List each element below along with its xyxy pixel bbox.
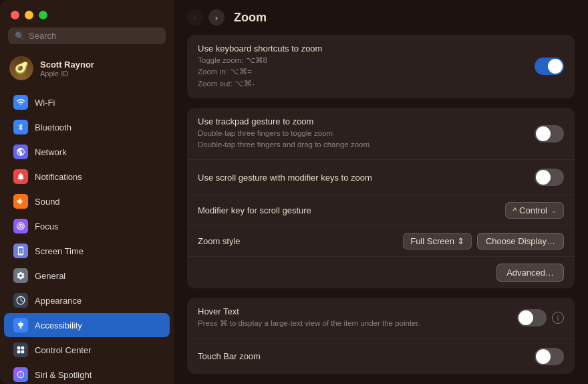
user-name: Scott Raynor xyxy=(40,60,94,70)
advanced-button[interactable]: Advanced… xyxy=(496,264,564,282)
controlcenter-icon xyxy=(13,343,28,357)
info-icon[interactable]: i xyxy=(552,312,564,324)
bluetooth-icon xyxy=(13,120,28,134)
sidebar-item-appearance[interactable]: Appearance xyxy=(4,288,170,312)
toggle-thumb xyxy=(536,349,551,364)
forward-button[interactable]: › xyxy=(208,9,225,25)
modifier-key-dropdown[interactable]: ^ Control ⌄ xyxy=(505,202,564,219)
zoom-style-arrows: ⇕ xyxy=(457,236,464,246)
main-content: ‹ › Zoom Use keyboard shortcuts to zoom … xyxy=(174,0,588,384)
zoom-style-label: Zoom style xyxy=(198,236,241,246)
avatar: 🥑 xyxy=(9,56,33,80)
svg-rect-5 xyxy=(17,351,21,354)
sidebar-item-label: Appearance xyxy=(35,296,82,306)
hover-text-controls: i xyxy=(517,309,564,326)
sidebar-item-notifications[interactable]: Notifications xyxy=(4,165,170,189)
trackpad-gesture-sub: Double-tap three fingers to toggle zoom … xyxy=(198,128,370,151)
svg-rect-3 xyxy=(17,347,21,350)
user-subtitle: Apple ID xyxy=(40,70,94,78)
sidebar-list: Wi-Fi Bluetooth Network xyxy=(0,87,174,384)
trackpad-gesture-info: Use trackpad gesture to zoom Double-tap … xyxy=(198,116,370,151)
zoom-style-fullscreen-btn[interactable]: Full Screen ⇕ xyxy=(403,233,472,250)
sidebar-item-sound[interactable]: Sound xyxy=(4,189,170,213)
sidebar-item-label: Accessibility xyxy=(35,320,82,330)
toggle-thumb xyxy=(519,310,533,325)
search-icon: 🔍 xyxy=(15,31,25,41)
wifi-icon xyxy=(13,95,28,110)
modifier-key-label: Modifier key for scroll gesture xyxy=(198,205,311,215)
back-button[interactable]: ‹ xyxy=(187,9,203,25)
sidebar-item-label: Control Center xyxy=(35,345,92,355)
keyboard-shortcuts-info: Use keyboard shortcuts to zoom Toggle zo… xyxy=(198,43,322,90)
advanced-row: Advanced… xyxy=(187,257,575,288)
sidebar-item-siri[interactable]: Siri & Spotlight xyxy=(4,363,170,384)
sidebar-item-label: Sound xyxy=(35,197,60,207)
svg-rect-6 xyxy=(21,351,25,354)
sidebar: 🔍 Search 🥑 Scott Raynor Apple ID Wi-Fi xyxy=(0,0,174,384)
appearance-icon xyxy=(13,293,28,308)
zoom-style-row: Zoom style Full Screen ⇕ Choose Display… xyxy=(187,226,575,257)
keyboard-shortcuts-row: Use keyboard shortcuts to zoom Toggle zo… xyxy=(187,35,575,98)
toggle-thumb xyxy=(536,126,551,141)
sidebar-item-accessibility[interactable]: Accessibility xyxy=(4,313,170,337)
hover-text-row: Hover Text Press ⌘ to display a large-te… xyxy=(187,298,575,339)
network-icon xyxy=(13,145,28,159)
maximize-button[interactable] xyxy=(39,11,47,19)
zoom-settings-section: Use trackpad gesture to zoom Double-tap … xyxy=(187,108,575,289)
sound-icon xyxy=(13,194,28,209)
svg-rect-4 xyxy=(21,347,25,350)
modifier-key-row: Modifier key for scroll gesture ^ Contro… xyxy=(187,195,575,226)
screentime-icon xyxy=(13,244,28,258)
chevron-down-icon: ⌄ xyxy=(551,207,557,214)
keyboard-shortcuts-label: Use keyboard shortcuts to zoom xyxy=(198,43,322,54)
sidebar-item-general[interactable]: General xyxy=(4,264,170,288)
touch-bar-zoom-label: Touch Bar zoom xyxy=(198,351,261,361)
sidebar-item-label: Screen Time xyxy=(35,246,84,256)
notifications-icon xyxy=(13,169,28,184)
keyboard-shortcuts-sub: Toggle zoom: ⌥⌘8 Zoom in: ⌥⌘= Zoom out: … xyxy=(198,55,322,90)
trackpad-gesture-toggle[interactable] xyxy=(535,125,564,142)
scroll-gesture-label: Use scroll gesture with modifier keys to… xyxy=(198,173,372,183)
sidebar-item-focus[interactable]: Focus xyxy=(4,214,170,238)
touch-bar-zoom-row: Touch Bar zoom xyxy=(187,339,575,374)
scroll-gesture-toggle[interactable] xyxy=(535,169,564,186)
search-placeholder: Search xyxy=(29,31,56,41)
hover-text-description: Press ⌘ to display a large-text view of … xyxy=(198,318,420,329)
touch-bar-zoom-toggle[interactable] xyxy=(535,348,564,365)
close-button[interactable] xyxy=(11,11,19,19)
traffic-lights xyxy=(0,0,174,27)
trackpad-gesture-label: Use trackpad gesture to zoom xyxy=(198,116,370,126)
choose-display-button[interactable]: Choose Display… xyxy=(477,233,564,250)
accessibility-icon xyxy=(13,318,28,332)
hover-text-toggle[interactable] xyxy=(517,309,547,326)
trackpad-gesture-row: Use trackpad gesture to zoom Double-tap … xyxy=(187,108,575,161)
sidebar-item-controlcenter[interactable]: Control Center xyxy=(4,338,170,362)
sidebar-item-label: Notifications xyxy=(35,172,82,182)
settings-content: Use keyboard shortcuts to zoom Toggle zo… xyxy=(174,32,588,384)
svg-point-2 xyxy=(20,321,21,322)
scroll-gesture-row: Use scroll gesture with modifier keys to… xyxy=(187,160,575,195)
hover-touch-section: Hover Text Press ⌘ to display a large-te… xyxy=(187,298,575,373)
page-title: Zoom xyxy=(234,11,267,25)
toggle-thumb xyxy=(548,59,563,74)
avatar-image: 🥑 xyxy=(9,56,33,80)
sidebar-item-label: General xyxy=(35,271,65,281)
minimize-button[interactable] xyxy=(25,11,33,19)
topbar: ‹ › Zoom xyxy=(174,0,588,32)
keyboard-shortcuts-toggle[interactable] xyxy=(535,58,564,75)
sidebar-item-label: Focus xyxy=(35,221,58,231)
search-bar[interactable]: 🔍 Search xyxy=(8,27,166,44)
user-info: Scott Raynor Apple ID xyxy=(40,60,94,78)
sidebar-item-screentime[interactable]: Screen Time xyxy=(4,239,170,263)
sidebar-item-label: Bluetooth xyxy=(35,122,71,132)
siri-icon xyxy=(13,367,28,382)
sidebar-item-label: Siri & Spotlight xyxy=(35,370,92,380)
sidebar-item-network[interactable]: Network xyxy=(4,140,170,164)
modifier-key-value: ^ Control xyxy=(512,205,547,215)
user-profile[interactable]: 🥑 Scott Raynor Apple ID xyxy=(0,51,174,87)
sidebar-item-label: Network xyxy=(35,147,67,157)
toggle-thumb xyxy=(536,170,551,185)
zoom-style-value: Full Screen xyxy=(410,236,454,246)
sidebar-item-bluetooth[interactable]: Bluetooth xyxy=(4,115,170,139)
sidebar-item-wifi[interactable]: Wi-Fi xyxy=(4,90,170,114)
